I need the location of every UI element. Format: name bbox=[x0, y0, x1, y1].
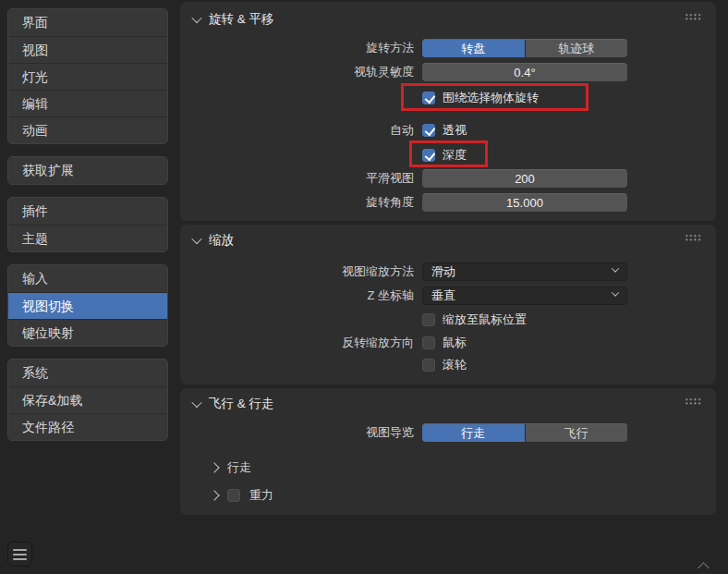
zoom-to-mouse-checkbox[interactable] bbox=[422, 313, 435, 326]
orbit-sensitivity-label: 视轨灵敏度 bbox=[180, 63, 414, 81]
orbit-around-selection-checkbox[interactable] bbox=[422, 92, 435, 104]
auto-perspective-label: 透视 bbox=[443, 121, 467, 140]
smooth-view-label: 平滑视图 bbox=[180, 169, 414, 188]
orbit-method-turntable-button[interactable]: 转盘 bbox=[422, 40, 525, 57]
view-navigation-walk-button[interactable]: 行走 bbox=[422, 424, 525, 442]
hamburger-icon bbox=[13, 549, 27, 551]
chevron-down-icon bbox=[191, 13, 201, 23]
drag-grip-icon[interactable] bbox=[685, 13, 701, 20]
chevron-down-icon bbox=[191, 234, 201, 244]
sidebar-item-navigation[interactable]: 视图切换 bbox=[8, 292, 167, 319]
rotation-angle-field[interactable]: 15.000 bbox=[422, 193, 627, 212]
panel-title: 飞行 & 行走 bbox=[209, 396, 274, 412]
invert-wheel-label: 滚轮 bbox=[443, 356, 467, 374]
subpanel-gravity-label: 重力 bbox=[249, 487, 273, 504]
sidebar-group: 输入 视图切换 键位映射 bbox=[7, 264, 168, 347]
zoom-to-mouse-label: 缩放至鼠标位置 bbox=[443, 311, 527, 329]
zoom-axis-value: 垂直 bbox=[431, 288, 455, 302]
view-navigation-label: 视图导览 bbox=[180, 423, 414, 442]
panel-fly-walk: 飞行 & 行走 视图导览 行走 飞行 行走 重力 bbox=[180, 388, 716, 515]
sidebar-item-addons[interactable]: 插件 bbox=[8, 198, 167, 225]
orbit-around-selection-label: 围绕选择物体旋转 bbox=[443, 89, 539, 107]
hamburger-icon bbox=[13, 554, 27, 556]
sidebar-group: 获取扩展 bbox=[7, 156, 168, 185]
sidebar-item-lights[interactable]: 灯光 bbox=[8, 63, 167, 90]
orbit-method-segmented: 转盘 轨迹球 bbox=[422, 39, 627, 57]
auto-perspective-checkbox[interactable] bbox=[422, 124, 435, 137]
zoom-axis-label: Z 坐标轴 bbox=[180, 287, 414, 305]
invert-mouse-checkbox[interactable] bbox=[422, 336, 435, 349]
orbit-method-trackball-button[interactable]: 轨迹球 bbox=[525, 40, 628, 57]
orbit-method-label: 旋转方法 bbox=[180, 39, 414, 57]
preferences-sidebar: 界面 视图 灯光 编辑 动画 获取扩展 插件 主题 输入 视图切换 键位映射 系… bbox=[7, 8, 168, 441]
panel-header-fly-walk[interactable]: 飞行 & 行走 bbox=[193, 395, 274, 413]
auto-label: 自动 bbox=[180, 121, 414, 140]
subpanel-walk[interactable]: 行走 bbox=[211, 458, 251, 477]
sidebar-item-viewport[interactable]: 视图 bbox=[8, 36, 167, 63]
drag-grip-icon[interactable] bbox=[685, 397, 701, 405]
sidebar-item-animation[interactable]: 动画 bbox=[8, 116, 167, 143]
panel-title: 旋转 & 平移 bbox=[209, 11, 274, 28]
sidebar-item-interface[interactable]: 界面 bbox=[8, 9, 167, 36]
invert-mouse-label: 鼠标 bbox=[443, 334, 467, 352]
panel-header-zoom[interactable]: 缩放 bbox=[193, 231, 234, 250]
smooth-view-field[interactable]: 200 bbox=[422, 169, 627, 188]
chevron-right-icon bbox=[209, 462, 219, 472]
invert-zoom-label: 反转缩放方向 bbox=[180, 334, 414, 352]
zoom-axis-dropdown[interactable]: 垂直 bbox=[422, 287, 627, 305]
view-navigation-fly-button[interactable]: 飞行 bbox=[525, 424, 628, 442]
view-navigation-segmented: 行走 飞行 bbox=[422, 423, 627, 442]
zoom-method-label: 视图缩放方法 bbox=[180, 263, 414, 281]
auto-depth-label: 深度 bbox=[443, 146, 467, 165]
subpanel-gravity[interactable]: 重力 bbox=[211, 486, 273, 505]
sidebar-item-save-load[interactable]: 保存&加载 bbox=[8, 386, 167, 413]
sidebar-item-system[interactable]: 系统 bbox=[8, 360, 167, 386]
chevron-down-icon bbox=[612, 264, 619, 272]
panel-zoom: 缩放 视图缩放方法 滑动 Z 坐标轴 垂直 缩放至鼠标位置 反转缩放方向 鼠标 bbox=[180, 225, 716, 385]
chevron-right-icon bbox=[209, 490, 219, 500]
zoom-method-value: 滑动 bbox=[431, 264, 455, 278]
chevron-down-icon bbox=[191, 397, 201, 408]
sidebar-item-input[interactable]: 输入 bbox=[8, 265, 167, 292]
sidebar-item-get-extensions[interactable]: 获取扩展 bbox=[8, 157, 167, 184]
sidebar-item-keymap[interactable]: 键位映射 bbox=[8, 319, 167, 346]
sidebar-item-themes[interactable]: 主题 bbox=[8, 225, 167, 251]
chevron-down-icon bbox=[612, 288, 619, 296]
orbit-sensitivity-field[interactable]: 0.4° bbox=[422, 63, 627, 81]
sidebar-item-editing[interactable]: 编辑 bbox=[8, 90, 167, 116]
chevron-up-icon bbox=[698, 562, 710, 574]
auto-depth-checkbox[interactable] bbox=[422, 149, 435, 162]
invert-wheel-checkbox[interactable] bbox=[422, 359, 435, 372]
panel-title: 缩放 bbox=[209, 232, 234, 249]
zoom-method-dropdown[interactable]: 滑动 bbox=[422, 263, 627, 281]
panel-header-orbit-pan[interactable]: 旋转 & 平移 bbox=[193, 10, 274, 29]
sidebar-group: 插件 主题 bbox=[7, 197, 168, 252]
drag-grip-icon[interactable] bbox=[685, 234, 701, 241]
gravity-checkbox[interactable] bbox=[227, 489, 240, 502]
hamburger-icon bbox=[13, 558, 27, 560]
rotation-angle-label: 旋转角度 bbox=[180, 193, 414, 212]
editor-menu-button[interactable] bbox=[7, 542, 32, 567]
sidebar-group: 界面 视图 灯光 编辑 动画 bbox=[7, 8, 168, 144]
sidebar-item-file-paths[interactable]: 文件路径 bbox=[8, 413, 167, 440]
panel-orbit-pan: 旋转 & 平移 旋转方法 转盘 轨迹球 视轨灵敏度 0.4° 围绕选择物体旋转 … bbox=[180, 2, 716, 221]
sidebar-group: 系统 保存&加载 文件路径 bbox=[7, 359, 168, 441]
subpanel-walk-label: 行走 bbox=[227, 459, 251, 476]
